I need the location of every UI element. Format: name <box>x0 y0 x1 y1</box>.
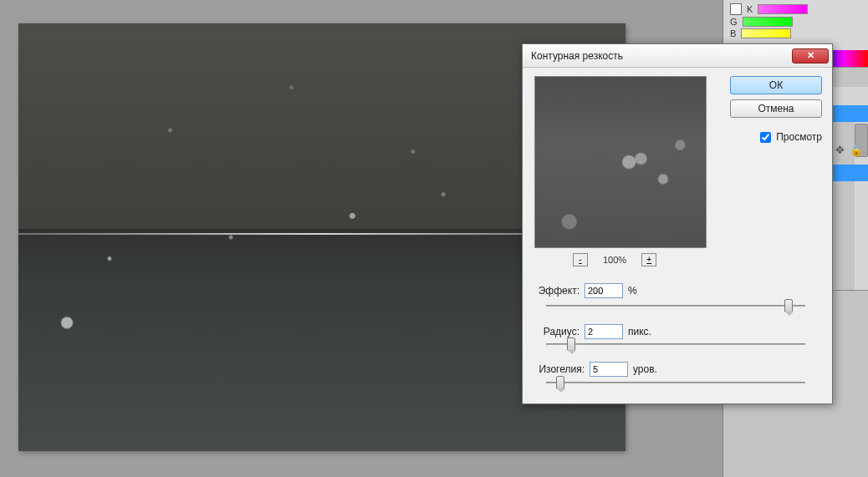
radius-unit: пикс. <box>628 326 651 337</box>
threshold-slider[interactable] <box>546 382 805 383</box>
zoom-value: 100% <box>603 255 626 265</box>
preview-checkbox-label: Просмотр <box>776 131 822 143</box>
amount-unit: % <box>628 285 637 297</box>
channels-panel: K G B <box>722 0 868 50</box>
dialog-buttons: ОК Отмена <box>730 76 822 118</box>
dialog-title: Контурная резкость <box>531 50 623 62</box>
channel-k-bar <box>758 4 808 14</box>
panel-footer-icons: ✥ 🔒 <box>835 144 863 156</box>
zoom-out-button[interactable]: - <box>573 253 588 266</box>
radius-label: Радиус: <box>534 326 580 337</box>
radius-row: Радиус: пикс. <box>534 324 651 339</box>
threshold-slider-thumb[interactable] <box>556 376 564 389</box>
dialog-titlebar[interactable]: Контурная резкость ✕ <box>523 44 832 68</box>
amount-slider[interactable] <box>546 305 805 307</box>
channel-k-swatch <box>730 3 742 15</box>
amount-slider-thumb[interactable] <box>784 299 793 312</box>
radius-input[interactable] <box>585 324 623 339</box>
preview-checkbox[interactable] <box>760 132 771 143</box>
channel-label: K <box>747 4 753 14</box>
channel-b-row[interactable]: B <box>730 28 861 38</box>
radius-slider[interactable] <box>546 343 805 345</box>
zoom-controls: - 100% + <box>573 253 656 266</box>
cancel-button[interactable]: Отмена <box>730 99 822 118</box>
amount-label: Эффект: <box>534 285 580 297</box>
move-icon[interactable]: ✥ <box>835 144 845 156</box>
channel-label: B <box>730 28 736 38</box>
channel-label: G <box>730 17 738 27</box>
threshold-input[interactable] <box>590 362 628 377</box>
preview-checkbox-row: Просмотр <box>760 131 822 143</box>
amount-row: Эффект: % <box>534 283 637 298</box>
ok-button[interactable]: ОК <box>730 76 822 94</box>
lock-icon[interactable]: 🔒 <box>850 144 863 156</box>
unsharp-mask-dialog: Контурная резкость ✕ - 100% + ОК Отмена … <box>522 43 833 404</box>
zoom-in-button[interactable]: + <box>641 253 656 266</box>
radius-slider-thumb[interactable] <box>567 337 575 351</box>
close-button[interactable]: ✕ <box>792 48 829 63</box>
channel-g-row[interactable]: G <box>730 17 861 27</box>
filter-preview[interactable] <box>534 76 707 248</box>
close-icon: ✕ <box>807 50 814 61</box>
amount-input[interactable] <box>585 283 623 298</box>
channel-g-bar <box>743 17 793 27</box>
threshold-label: Изогелия: <box>534 363 585 375</box>
channel-b-bar <box>741 28 791 38</box>
threshold-unit: уров. <box>633 363 657 375</box>
threshold-row: Изогелия: уров. <box>534 362 657 377</box>
channel-k-row[interactable]: K <box>730 3 861 15</box>
dialog-body: - 100% + ОК Отмена Просмотр Эффект: % Ра… <box>523 68 832 403</box>
